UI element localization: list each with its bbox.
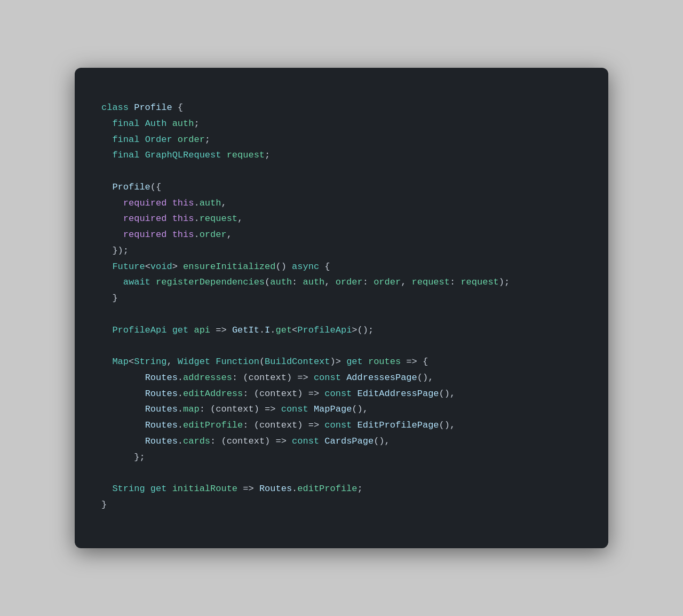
code-content: class Profile { final Auth auth; final O… <box>101 100 582 513</box>
code-window: class Profile { final Auth auth; final O… <box>75 68 608 548</box>
